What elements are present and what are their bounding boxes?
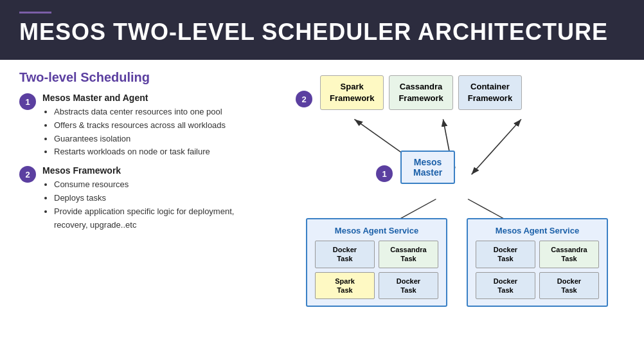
bullet-item: Guarantees isolation [54,133,226,146]
cassandra-framework-box: CassandraFramework [389,75,452,110]
task-docker-4: DockerTask [476,272,535,300]
task-docker-2: DockerTask [379,272,438,300]
task-docker-3: DockerTask [476,241,535,268]
badge-1: 1 [19,93,36,110]
task-docker-5: DockerTask [539,272,599,300]
svg-line-4 [472,119,521,174]
badge-2: 2 [19,166,36,183]
bullet-item: Consume resources [54,178,264,192]
spark-framework-box: SparkFramework [320,75,384,110]
item1-bullets: Abstracts data center resources into one… [42,105,226,159]
page-title: MESOS TWO-LEVEL SCHEDULER ARCHITECTURE [19,19,625,46]
header: MESOS TWO-LEVEL SCHEDULER ARCHITECTURE [0,0,644,60]
bullet-item: Abstracts data center resources into one… [54,105,226,119]
task-docker-1: DockerTask [315,241,375,268]
diagram-badge-2: 2 [296,91,312,107]
right-panel: 2 SparkFramework CassandraFramework Cont… [276,70,631,328]
item2-bullets: Consume resources Deploys tasks Provide … [42,178,264,232]
numbered-item-1: 1 Mesos Master and Agent Abstracts data … [19,93,264,159]
bullet-item: Offers & tracks resources across all wor… [54,119,226,133]
agent-boxes: Mesos Agent Service DockerTask Cassandra… [283,218,631,307]
numbered-item-2: 2 Mesos Framework Consume resources Depl… [19,165,264,232]
item1-heading: Mesos Master and Agent [42,93,226,103]
bullet-item: Restarts workloads on node or task failu… [54,145,226,159]
diagram-badge-1: 1 [376,165,393,182]
item1-content: Mesos Master and Agent Abstracts data ce… [42,93,226,159]
section-title: Two-level Scheduling [19,70,264,85]
agent-box-left: Mesos Agent Service DockerTask Cassandra… [306,218,447,307]
left-panel: Two-level Scheduling 1 Mesos Master and … [19,70,264,328]
mesos-master-box: MesosMaster [400,151,455,184]
item2-content: Mesos Framework Consume resources Deploy… [42,165,264,232]
task-cassandra-2: CassandraTask [539,241,599,268]
container-framework-box: ContainerFramework [458,75,522,110]
task-grid-left: DockerTask CassandraTask SparkTask Docke… [315,241,438,299]
task-grid-right: DockerTask CassandraTask DockerTask Dock… [476,241,599,299]
agent-right-title: Mesos Agent Service [476,226,599,235]
item2-heading: Mesos Framework [42,165,264,176]
task-cassandra-1: CassandraTask [379,241,438,268]
main-content: Two-level Scheduling 1 Mesos Master and … [0,60,644,334]
mesos-master-label: MesosMaster [413,157,442,178]
agent-box-right: Mesos Agent Service DockerTask Cassandra… [467,218,608,307]
diagram: 2 SparkFramework CassandraFramework Cont… [276,70,631,328]
bullet-item: Provide application specific logic for d… [54,205,264,232]
bullet-item: Deploys tasks [54,192,264,205]
task-spark-1: SparkTask [315,272,375,300]
agent-left-title: Mesos Agent Service [315,226,438,235]
header-accent [19,12,51,14]
